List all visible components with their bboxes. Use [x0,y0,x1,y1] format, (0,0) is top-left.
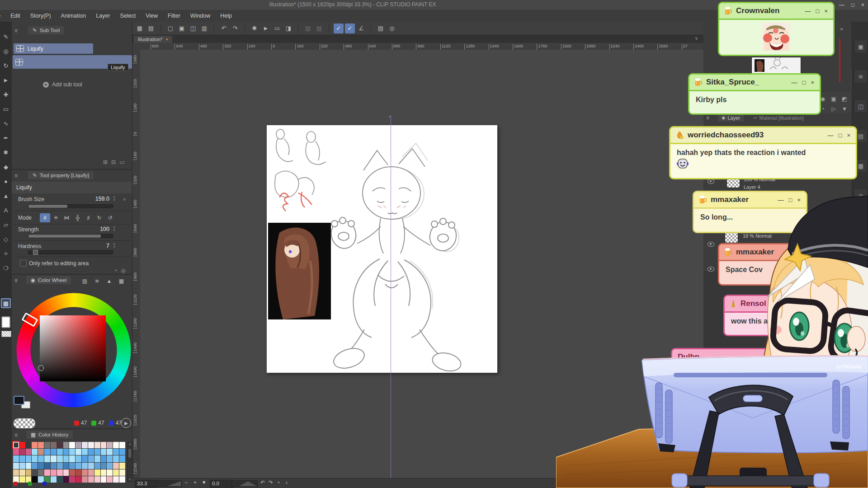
menu-item-layer[interactable]: Layer [91,13,115,19]
color-swatch[interactable] [82,455,88,462]
color-swatch[interactable] [107,463,113,469]
menu-item-help[interactable]: Help [215,13,237,19]
snap-grid-icon[interactable]: ∠ [356,23,366,33]
tool-frame-border-icon[interactable]: ◇ [1,234,11,244]
chat-minimize-button[interactable]: — [792,79,797,86]
color-swatch[interactable] [44,463,50,469]
chat-window-worriedchaosseed93[interactable]: worriedchaosseed93 — □ × hahah yep thats… [669,126,857,179]
delete-subtool-icon[interactable]: ▭ [119,159,124,165]
liquify-mode-6-icon[interactable]: ↺ [105,213,115,222]
chat-minimize-button[interactable]: — [805,8,811,14]
color-swatch[interactable] [107,455,113,462]
color-swatch[interactable] [57,449,63,455]
menu-item-storyp[interactable]: Story(P) [25,13,56,19]
color-swatch[interactable] [69,469,75,476]
color-swatch[interactable] [119,449,125,455]
color-swatch[interactable] [57,476,63,483]
color-swatch[interactable] [113,476,119,483]
tool-selection-icon[interactable]: ▭ [1,104,11,114]
color-swatch[interactable] [44,469,50,476]
tool-correct-line-icon[interactable]: ✧ [1,249,11,258]
color-swatch[interactable] [107,476,113,483]
main-color-swatch[interactable] [1,316,10,328]
color-swatch[interactable] [44,442,50,448]
menu-item-select[interactable]: Select [115,13,141,19]
color-swatch[interactable] [75,442,81,448]
color-set-tab-icon[interactable]: ≋ [92,277,102,286]
brush-size-slider[interactable] [28,204,113,208]
color-swatch[interactable] [119,476,125,483]
color-swatch[interactable] [57,463,63,469]
color-swatch[interactable] [69,442,75,448]
menu-item-filter[interactable]: Filter [163,13,185,19]
save-icon[interactable]: ◫ [188,23,198,33]
color-swatch[interactable] [107,469,113,476]
liquify-mode-3-icon[interactable]: ╬ [72,213,83,222]
color-swatch[interactable] [75,449,81,455]
tool-fill-icon[interactable]: ● [1,176,11,186]
color-swatch[interactable] [19,442,25,448]
minimize-window-button[interactable]: — [839,2,844,8]
color-swatch[interactable] [82,476,88,483]
onion-skin-icon[interactable]: ◎ [387,23,397,33]
chat-header[interactable]: Sitka_Spruce_ — □ × [689,75,820,91]
tool-decoration-icon[interactable]: ✱ [1,147,11,157]
color-swatch[interactable] [57,442,63,448]
color-swatch[interactable] [51,449,57,455]
only-editing-area-checkbox[interactable] [20,260,27,267]
rotation-value[interactable]: 0.0 [210,480,233,488]
export-icon[interactable]: ▥ [199,23,209,33]
color-swatch[interactable] [19,469,25,476]
invert-select-icon[interactable]: ▨ [314,23,324,33]
tool-lasso-icon[interactable]: ∿ [1,118,11,128]
reset-rotation-button[interactable]: ◔ [277,479,280,486]
color-swatch[interactable] [69,449,75,455]
color-swatch[interactable] [38,463,44,469]
color-swatch[interactable] [82,463,88,469]
panel-navigator-icon[interactable]: ◫ [854,99,868,113]
layer-name[interactable]: Layer 4 [744,184,760,190]
subtool-menu-icon[interactable]: ≡ [14,28,18,34]
new-file-icon[interactable]: ▢ [165,23,175,33]
color-swatch[interactable] [101,469,107,476]
layer-panel-tab[interactable]: ◈ Layer [718,114,744,122]
color-swatch[interactable] [101,455,107,462]
color-slider-tab-icon[interactable]: ▤ [80,277,90,286]
color-swatch[interactable] [113,455,119,462]
collapse-statusbar-button[interactable]: ‹ [286,479,288,486]
color-swatch[interactable] [88,455,94,462]
color-swatch[interactable] [38,442,44,448]
color-swatch[interactable] [63,476,69,483]
color-swatch[interactable] [75,455,81,462]
chat-close-button[interactable]: × [847,132,850,139]
color-swatch[interactable] [32,455,38,462]
tool-liquify-icon-selected[interactable]: ▩ [1,298,11,308]
brush-size-spinner[interactable]: ∧∨ [113,196,115,201]
color-swatch[interactable] [63,469,69,476]
liquify-mode-1-icon[interactable]: ✳ [51,213,61,222]
color-swatch[interactable] [26,455,32,462]
chat-maximize-button[interactable]: □ [816,8,820,14]
subtool-panel-tab[interactable]: ✎ Sub Tool [28,26,64,34]
toolprop-panel-tab[interactable]: ✎ Tool property [Liquify] [28,171,94,179]
tool-move-icon[interactable]: ✚ [1,89,11,99]
color-swatch[interactable] [51,469,57,476]
close-window-button[interactable]: × [861,2,864,8]
chat-close-button[interactable]: × [824,8,828,14]
crop-icon[interactable]: ▭ [272,23,282,33]
color-swatch[interactable] [51,476,57,483]
color-swatch[interactable] [88,469,94,476]
color-swatch[interactable] [13,463,19,469]
color-swatch[interactable] [94,442,100,448]
undo-icon[interactable]: ↶ [219,23,229,33]
nav-fit-icon[interactable]: ▣ [829,95,838,103]
color-swatch[interactable] [119,463,125,469]
color-swatch[interactable] [88,449,94,455]
navigator-preview[interactable] [751,57,801,74]
color-swatch[interactable] [26,469,32,476]
color-swatch[interactable] [101,463,107,469]
zoom-slider[interactable] [156,480,182,487]
subtool-group-tab[interactable]: Liquify [14,43,93,54]
material-panel-tab[interactable]: ▱ Material [Illustration] [750,114,807,122]
color-swatch[interactable] [75,463,81,469]
